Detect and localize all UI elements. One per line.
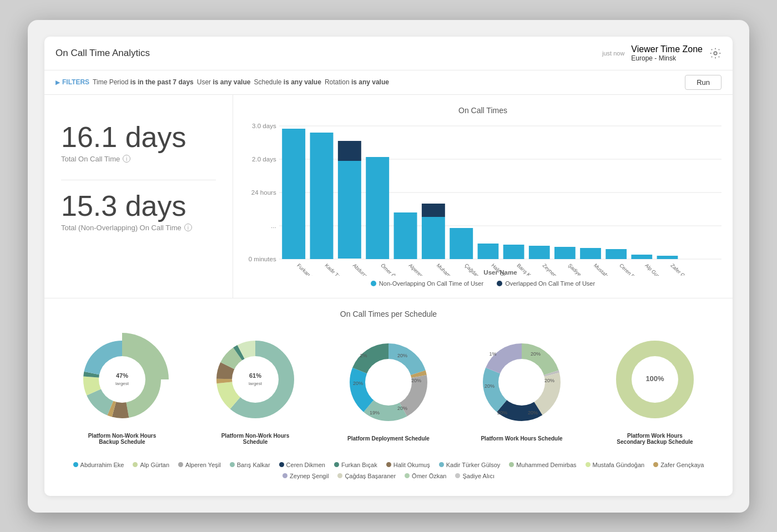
svg-text:2%: 2% xyxy=(360,353,367,358)
svg-text:20%: 20% xyxy=(544,378,554,383)
timezone-display: Viewer Time Zone Europe - Minsk xyxy=(631,44,703,62)
legend-ceren: Ceren Dikmen xyxy=(279,462,325,468)
legend-non-overlap: Non-Overlapping On Call Time of User xyxy=(371,280,483,287)
svg-text:100%: 100% xyxy=(645,374,664,383)
bar-chart-svg: 3.0 days 2.0 days 24 hours ... 0 minutes… xyxy=(244,120,722,276)
color-dot-mustafa xyxy=(586,462,591,467)
color-dot-abdurrahim xyxy=(73,462,78,467)
donut-2: 61% largest Platform Non-Work Hours Sche… xyxy=(197,330,314,445)
last-updated: just now xyxy=(602,50,624,57)
svg-text:20%: 20% xyxy=(528,410,538,416)
bar-zeynep xyxy=(529,246,550,259)
bar-cagdas xyxy=(450,228,473,259)
svg-text:Ceren Dikmen: Ceren Dikmen xyxy=(618,262,646,276)
legend-overlap: Overlapped On Call Time of User xyxy=(497,280,595,287)
color-dot-alp xyxy=(133,462,138,467)
svg-text:2.0 days: 2.0 days xyxy=(252,156,276,163)
dashboard: On Call Time Analytics just now Viewer T… xyxy=(44,37,733,496)
main-content: 16.1 days Total On Call Time i 15.3 days… xyxy=(44,95,733,298)
filter-user: User is any value xyxy=(197,78,251,86)
svg-text:3.0 days: 3.0 days xyxy=(252,123,276,129)
color-legend: Abdurrahim Eke Alp Gürtan Alperen Yeşil … xyxy=(56,456,722,485)
donut-4: 20% 1% 20% 20% 20% 20% Platform Work Hou… xyxy=(463,332,580,442)
donut-svg-5: 100% xyxy=(605,330,705,429)
donut-section-title: On Call Times per Schedule xyxy=(56,310,722,318)
legend-omer: Ömer Özkan xyxy=(405,473,446,479)
svg-text:Zafer Gençkaya: Zafer Gençkaya xyxy=(669,262,700,276)
stat-value-non-overlap: 15.3 days xyxy=(61,191,216,220)
color-dot-zeynep xyxy=(282,473,287,478)
bar-mustafa xyxy=(580,248,601,259)
filter-schedule: Schedule is any value xyxy=(254,78,321,86)
donut-svg-1: 47% largest xyxy=(72,330,172,429)
chart-panel: On Call Times 3.0 days 2.0 days 24 hours… xyxy=(233,95,733,298)
stat-label-total: Total On Call Time i xyxy=(61,155,216,163)
bar-chart-title: On Call Times xyxy=(244,106,722,115)
filters-toggle[interactable]: ▶ FILTERS xyxy=(56,78,89,86)
svg-text:19%: 19% xyxy=(370,410,380,416)
bar-abdurrahim-overlap xyxy=(338,141,361,161)
svg-text:20%: 20% xyxy=(411,378,421,383)
stat-non-overlapping: 15.3 days Total (Non-Overlapping) On Cal… xyxy=(61,180,216,243)
legend-mustafa: Mustafa Gündoğan xyxy=(586,462,645,468)
legend-furkan: Furkan Bıçak xyxy=(334,462,377,468)
svg-text:Barış Kalkar: Barış Kalkar xyxy=(516,262,540,276)
filters-bar: ▶ FILTERS Time Period is in the past 7 d… xyxy=(44,70,733,95)
svg-text:Abdurrahim Eke: Abdurrahim Eke xyxy=(352,262,382,276)
stat-value-total: 16.1 days xyxy=(61,123,216,151)
svg-point-34 xyxy=(99,356,145,403)
svg-text:Şadiye Alıcı: Şadiye Alıcı xyxy=(567,262,591,276)
legend-muhammed: Muhammed Demirbas xyxy=(509,462,576,468)
svg-text:20%: 20% xyxy=(353,381,363,386)
legend-zeynep: Zeynep Şengil xyxy=(282,473,329,479)
legend-baris: Barış Kalkar xyxy=(230,462,270,468)
device-frame: On Call Time Analytics just now Viewer T… xyxy=(28,20,749,513)
legend-dot-non-overlap xyxy=(371,281,376,286)
run-button[interactable]: Run xyxy=(685,75,722,90)
svg-text:20%: 20% xyxy=(397,406,407,411)
color-dot-furkan xyxy=(334,462,339,467)
svg-text:61%: 61% xyxy=(249,372,261,379)
svg-text:20%: 20% xyxy=(397,353,407,358)
donut-row: 47% largest Platform Non-Work Hours Back… xyxy=(56,330,722,445)
header-right: just now Viewer Time Zone Europe - Minsk xyxy=(602,44,722,62)
donut-label-1: Platform Non-Work Hours Backup Schedule xyxy=(80,433,164,445)
bar-halit xyxy=(478,244,499,259)
legend-alp: Alp Gürtan xyxy=(133,462,169,468)
donut-label-2: Platform Non-Work Hours Schedule xyxy=(214,433,297,445)
svg-text:Ömer Özkan: Ömer Özkan xyxy=(380,262,405,276)
svg-text:1%: 1% xyxy=(489,351,496,357)
filters-label-text: FILTERS xyxy=(62,78,89,86)
donut-label-4: Platform Work Hours Schedule xyxy=(481,435,562,442)
svg-text:24 hours: 24 hours xyxy=(251,189,276,196)
color-dot-muhammed xyxy=(509,462,514,467)
svg-text:Alp Gurtan: Alp Gurtan xyxy=(644,262,665,276)
bar-kadir xyxy=(310,133,334,259)
legend-halit: Halit Okumuş xyxy=(386,462,430,468)
svg-point-54 xyxy=(365,359,412,406)
donut-5: 100% Platform Work Hours Secondary Backu… xyxy=(597,330,713,445)
legend-alperen: Alperen Yeşil xyxy=(178,462,221,468)
bar-baris xyxy=(503,245,524,259)
bar-abdurrahim-non xyxy=(338,161,361,259)
bar-chart-wrapper: 3.0 days 2.0 days 24 hours ... 0 minutes… xyxy=(244,120,722,276)
donut-label-5: Platform Work Hours Secondary Backup Sch… xyxy=(613,433,697,445)
svg-text:Alperen Yeşil: Alperen Yeşil xyxy=(407,262,433,276)
filters-arrow: ▶ xyxy=(56,79,60,85)
svg-text:...: ... xyxy=(271,222,276,229)
stats-panel: 16.1 days Total On Call Time i 15.3 days… xyxy=(44,95,233,298)
legend-kadir: Kadir Türker Gülsoy xyxy=(439,462,501,468)
info-icon-non-overlap[interactable]: i xyxy=(184,224,192,231)
color-dot-halit xyxy=(386,462,391,467)
svg-text:largest: largest xyxy=(249,381,263,386)
donut-svg-4: 20% 1% 20% 20% 20% 20% xyxy=(472,332,572,432)
settings-icon[interactable] xyxy=(709,47,722,59)
svg-text:20%: 20% xyxy=(497,410,507,416)
svg-point-0 xyxy=(714,52,717,55)
filter-time-period: Time Period is in the past 7 days xyxy=(93,78,194,86)
header: On Call Time Analytics just now Viewer T… xyxy=(44,37,733,70)
color-dot-ceren xyxy=(279,462,284,467)
info-icon-total[interactable]: i xyxy=(123,155,130,163)
svg-text:largest: largest xyxy=(115,381,129,386)
page-title: On Call Time Analytics xyxy=(56,48,150,59)
